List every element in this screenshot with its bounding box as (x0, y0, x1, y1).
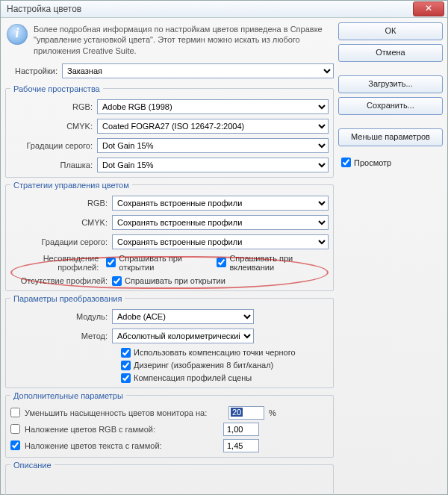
missing-label: Отсутствие профилей: (10, 276, 108, 285)
preview-checkbox[interactable] (341, 158, 351, 167)
conversion-legend: Параметры преобразования (10, 294, 125, 303)
description-legend: Описание (10, 461, 55, 470)
advanced-legend: Дополнительные параметры (10, 391, 126, 400)
cmyk-label: CMYK: (10, 122, 93, 131)
conversion-group: Параметры преобразования Модуль: Adobe (… (5, 294, 334, 388)
cancel-button[interactable]: Отмена (338, 44, 443, 62)
engine-combo[interactable]: Adobe (ACE) (112, 309, 254, 324)
gray-label: Градации серого: (10, 141, 93, 150)
settings-label: Настройки: (5, 66, 57, 75)
policy-gray-label: Градации серого: (10, 237, 108, 246)
button-panel: ОК Отмена Загрузить... Сохранить... Мень… (334, 22, 443, 491)
rgb-combo[interactable]: Adobe RGB (1998) (97, 99, 329, 114)
spot-label: Плашка: (10, 161, 93, 169)
policy-cmyk-label: CMYK: (10, 218, 108, 227)
close-button[interactable]: ✕ (413, 1, 444, 16)
preview-label: Просмотр (354, 158, 391, 167)
settings-row: Настройки: Заказная (5, 63, 334, 78)
workspaces-group: Рабочие пространства RGB: Adobe RGB (199… (5, 84, 334, 178)
preview-row[interactable]: Просмотр (338, 158, 443, 167)
color-settings-dialog: Настройка цветов ✕ Более подробная инфор… (0, 0, 448, 495)
description-group: Описание (5, 461, 334, 495)
intent-label: Метод: (10, 331, 108, 340)
titlebar: Настройка цветов ✕ (1, 1, 447, 18)
advanced-group: Дополнительные параметры Уменьшить насыщ… (5, 391, 334, 458)
dither-checkbox[interactable] (121, 361, 131, 370)
intro-text: Более подробная информация по настройкам… (34, 24, 332, 56)
desat-label: Уменьшить насыщенность цветов монитора н… (25, 408, 219, 417)
missing-open-text: Спрашивать при открытии (125, 276, 225, 285)
dither-label: Дизеринг (изображения 8 бит/канал) (134, 361, 273, 370)
gray-combo[interactable]: Dot Gain 15% (97, 138, 329, 153)
desat-checkbox[interactable] (10, 408, 20, 417)
policy-cmyk-combo[interactable]: Сохранять встроенные профили (112, 215, 329, 230)
blend-text-checkbox[interactable] (10, 440, 20, 450)
mismatch-label: Несовпадение профилей: (10, 254, 99, 272)
left-panel: Более подробная информация по настройкам… (5, 22, 334, 491)
spot-combo[interactable]: Dot Gain 15% (97, 158, 329, 172)
info-icon (7, 24, 28, 45)
mismatch-paste-checkbox[interactable] (217, 258, 226, 267)
cmyk-combo[interactable]: Coated FOGRA27 (ISO 12647-2:2004) (97, 119, 329, 134)
description-body (10, 476, 329, 495)
policy-rgb-combo[interactable]: Сохранять встроенные профили (112, 196, 329, 211)
policy-rgb-label: RGB: (10, 199, 108, 208)
blend-text-input[interactable] (223, 439, 259, 452)
mismatch-paste-check[interactable]: Спрашивать при вклеивании (217, 254, 329, 272)
settings-combo[interactable]: Заказная (62, 63, 334, 78)
blend-rgb-label: Наложение цветов RGB с гаммой: (25, 425, 219, 434)
desat-input[interactable]: 20 (228, 406, 264, 420)
workspaces-legend: Рабочие пространства (10, 84, 103, 93)
dialog-body: Более подробная информация по настройкам… (1, 18, 447, 495)
missing-open-check[interactable]: Спрашивать при открытии (112, 276, 225, 286)
mismatch-open-check[interactable]: Спрашивать при открытии (106, 254, 209, 272)
save-button[interactable]: Сохранить... (338, 97, 443, 115)
blend-rgb-checkbox[interactable] (10, 424, 20, 434)
scene-label: Компенсация профилей сцены (134, 373, 252, 382)
scene-checkbox[interactable] (121, 373, 131, 383)
mismatch-open-checkbox[interactable] (106, 258, 116, 267)
less-options-button[interactable]: Меньше параметров (338, 128, 443, 146)
intent-combo[interactable]: Абсолютный колориметрический (112, 329, 254, 343)
load-button[interactable]: Загрузить... (338, 75, 443, 93)
ok-button[interactable]: ОК (338, 22, 443, 40)
mismatch-paste-text: Спрашивать при вклеивании (229, 254, 329, 272)
blend-rgb-input[interactable] (223, 423, 259, 436)
engine-label: Модуль: (10, 312, 108, 321)
missing-open-checkbox[interactable] (112, 276, 122, 286)
blackpoint-label: Использовать компенсацию точки черного (134, 348, 296, 357)
policies-legend: Стратегии управления цветом (10, 181, 132, 190)
policy-gray-combo[interactable]: Сохранять встроенные профили (112, 234, 329, 249)
rgb-label: RGB: (10, 102, 93, 111)
window-title: Настройка цветов (7, 4, 81, 14)
intro-section: Более подробная информация по настройкам… (5, 22, 334, 60)
mismatch-open-text: Спрашивать при открытии (119, 254, 209, 272)
blackpoint-checkbox[interactable] (121, 348, 131, 358)
blend-text-label: Наложение цветов текста с гаммой: (25, 441, 219, 450)
policies-group: Стратегии управления цветом RGB: Сохраня… (5, 181, 334, 291)
desat-unit: % (269, 408, 276, 417)
